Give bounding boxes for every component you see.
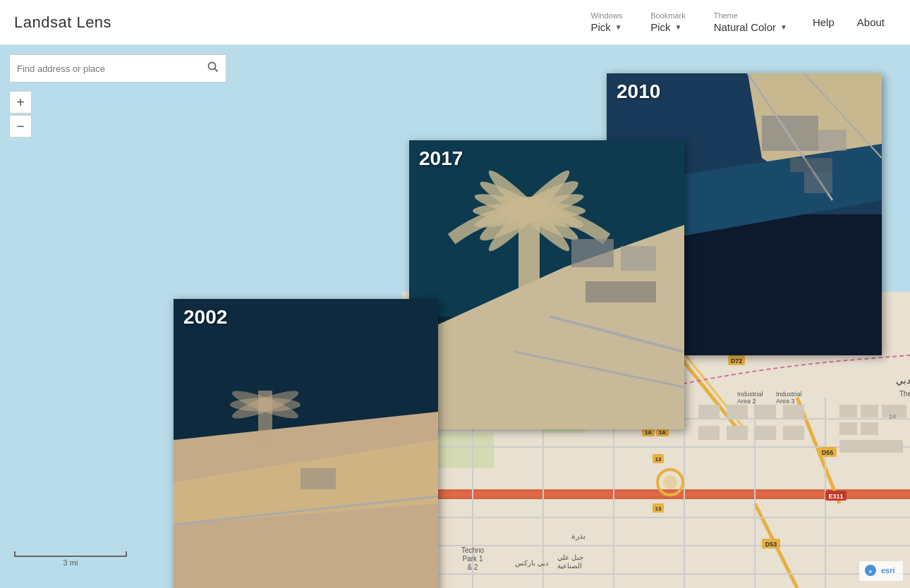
satellite-image-2017: [409, 140, 684, 429]
svg-rect-33: [839, 422, 857, 435]
windows-arrow-icon: ▼: [615, 23, 622, 31]
panel-2017-label: 2017: [419, 147, 463, 170]
panel-2010-label: 2010: [617, 80, 660, 103]
windows-label: Windows: [591, 11, 623, 20]
esri-logo: e esri: [859, 561, 903, 581]
svg-rect-74: [818, 130, 847, 151]
svg-rect-30: [839, 405, 857, 417]
svg-text:1A: 1A: [659, 429, 666, 436]
app-header: Landsat Lens Windows Pick ▼ Bookmark Pic…: [0, 0, 910, 45]
theme-group: Theme Natural Color ▼: [714, 11, 787, 33]
svg-rect-90: [571, 239, 614, 267]
svg-text:الصناعية: الصناعية: [557, 562, 582, 570]
svg-text:13: 13: [655, 506, 662, 512]
svg-rect-35: [839, 440, 903, 453]
svg-rect-103: [301, 468, 336, 489]
zoom-in-button[interactable]: +: [9, 91, 32, 114]
svg-text:The S...: The S...: [899, 390, 910, 398]
svg-rect-23: [727, 405, 748, 419]
map-area[interactable]: D72 D55 D53 E311 1A 1A 13 13 5 مدينة دبي…: [0, 45, 910, 588]
svg-text:& 2: & 2: [467, 563, 478, 571]
theme-arrow-icon: ▼: [780, 23, 787, 31]
satellite-panel-2017[interactable]: 2017: [409, 140, 684, 429]
svg-point-101: [230, 398, 301, 412]
satellite-panel-2002[interactable]: 2002: [174, 299, 438, 588]
panel-2002-label: 2002: [183, 306, 227, 329]
search-icon: [207, 61, 219, 73]
windows-group: Windows Pick ▼: [591, 11, 623, 33]
svg-text:دبي: دبي: [896, 375, 910, 386]
svg-point-21: [663, 475, 677, 489]
svg-rect-91: [621, 246, 656, 271]
svg-rect-22: [698, 405, 720, 419]
scale-bar: 3 mi: [14, 551, 127, 567]
svg-text:1A: 1A: [645, 429, 652, 436]
svg-rect-26: [698, 426, 720, 440]
svg-text:E311: E311: [828, 493, 843, 500]
bookmark-group: Bookmark Pick ▼: [650, 11, 686, 33]
svg-rect-24: [755, 405, 776, 419]
search-button[interactable]: [200, 61, 226, 75]
svg-rect-31: [861, 405, 878, 417]
svg-text:D72: D72: [731, 357, 743, 365]
svg-rect-73: [762, 116, 818, 151]
svg-text:e: e: [869, 568, 873, 575]
svg-text:بدرة: بدرة: [571, 532, 586, 541]
svg-rect-77: [790, 158, 832, 172]
search-box: [9, 54, 226, 82]
svg-text:Techno: Techno: [461, 546, 485, 554]
svg-rect-34: [861, 422, 878, 435]
svg-text:esri: esri: [881, 566, 895, 575]
svg-rect-1: [437, 433, 494, 468]
scale-label: 3 mi: [14, 558, 127, 567]
svg-text:Industrial: Industrial: [737, 391, 763, 398]
svg-text:Park 1: Park 1: [463, 555, 483, 563]
svg-text:دبي بارکس: دبي بارکس: [515, 559, 548, 568]
svg-point-105: [209, 63, 216, 70]
windows-dropdown[interactable]: Pick ▼: [591, 21, 622, 33]
svg-text:Industrial: Industrial: [776, 391, 802, 398]
svg-rect-28: [755, 426, 776, 440]
svg-text:Area 3: Area 3: [776, 398, 795, 405]
svg-text:D53: D53: [765, 541, 777, 548]
svg-text:13: 13: [655, 456, 662, 463]
svg-text:جبل علي: جبل علي: [557, 553, 583, 561]
svg-line-106: [215, 69, 218, 72]
svg-rect-27: [727, 426, 748, 440]
svg-rect-29: [783, 426, 804, 440]
svg-rect-78: [804, 172, 832, 193]
search-input[interactable]: [10, 63, 200, 74]
bookmark-dropdown[interactable]: Pick ▼: [650, 21, 681, 33]
svg-rect-25: [783, 405, 804, 419]
theme-dropdown[interactable]: Natural Color ▼: [714, 21, 787, 33]
zoom-controls: + −: [9, 91, 32, 139]
svg-rect-92: [586, 281, 656, 302]
svg-text:Area 2: Area 2: [737, 398, 756, 405]
bookmark-arrow-icon: ▼: [674, 23, 681, 31]
zoom-out-button[interactable]: −: [9, 115, 32, 137]
app-title: Landsat Lens: [14, 13, 111, 32]
scale-line: [14, 551, 127, 557]
svg-text:24: 24: [889, 413, 896, 420]
satellite-image-2002: [174, 299, 438, 588]
help-button[interactable]: Help: [813, 16, 835, 28]
theme-label: Theme: [714, 11, 738, 20]
bookmark-label: Bookmark: [650, 11, 686, 20]
about-button[interactable]: About: [857, 16, 885, 28]
svg-text:D55: D55: [822, 449, 834, 456]
